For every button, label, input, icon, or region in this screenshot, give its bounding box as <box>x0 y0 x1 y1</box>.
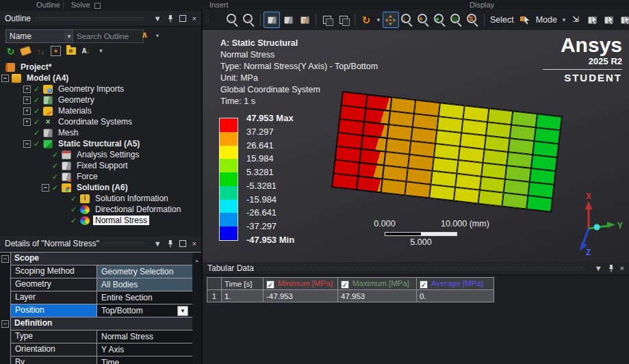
tree-item-static-structural-a5[interactable]: −✓Static Structural (A5) <box>0 138 201 149</box>
zoom-fit-icon[interactable]: ● <box>432 12 448 28</box>
select-faces-icon[interactable] <box>617 12 629 28</box>
column-header-average-mpa[interactable]: ✓Average [MPa] <box>417 278 494 290</box>
tree-item-normal-stress[interactable]: ✓Normal Stress <box>0 215 201 226</box>
look-at-face-icon[interactable] <box>280 12 296 28</box>
close-icon[interactable]: × <box>620 265 624 272</box>
column-checkbox[interactable]: ✓ <box>341 281 349 289</box>
snapshot-icon[interactable] <box>335 12 352 28</box>
column-header-minimum-mpa[interactable]: ✓Minimum [MPa] <box>264 278 338 290</box>
details-row-type[interactable]: TypeNormal Stress <box>0 330 192 343</box>
property-value-cell[interactable]: Entire Section <box>97 291 192 304</box>
select-cursor-icon[interactable] <box>517 12 533 28</box>
details-row-by[interactable]: ByTime <box>0 356 192 364</box>
details-row-scoping-method[interactable]: Scoping MethodGeometry Selection <box>0 265 192 278</box>
hide-suppressed-folder-icon[interactable]: ø <box>64 44 77 57</box>
zoom-to-fit-icon[interactable]: ◎ <box>448 12 465 28</box>
select-label[interactable]: Select <box>487 15 517 25</box>
details-section-definition[interactable]: −Definition <box>0 317 192 330</box>
collapse-box-icon[interactable]: − <box>42 184 49 192</box>
tree-item-solution-a6[interactable]: −✓Solution (A6) <box>0 182 201 193</box>
column-header-time-s[interactable]: Time [s] <box>222 278 264 290</box>
refresh-icon[interactable]: ↻ <box>4 44 17 57</box>
mode-label[interactable]: Mode <box>533 15 560 25</box>
tree-item-geometry[interactable]: +✓Geometry <box>0 94 201 105</box>
tree-item-force[interactable]: ✓Force <box>0 171 201 182</box>
search-options-caret-icon[interactable]: ▼ <box>155 33 160 39</box>
panel-menu-caret-icon[interactable]: ▼ <box>154 240 162 248</box>
tree-item-coordinate-systems[interactable]: +✓×Coordinate Systems <box>0 116 201 127</box>
copy-viewport-icon[interactable] <box>319 12 335 28</box>
box-zoom-icon[interactable]: + <box>415 12 432 28</box>
mode-caret-icon[interactable]: ▼ <box>560 17 568 23</box>
tree-item-solution-information[interactable]: ✓iSolution Information <box>0 193 201 204</box>
expand-box-icon[interactable]: + <box>23 118 31 126</box>
orientation-triad[interactable]: X Y Z <box>572 192 623 259</box>
tabular-cell[interactable]: 0. <box>417 290 494 302</box>
property-value-cell[interactable]: Time <box>97 356 192 364</box>
zoom-mesh-icon[interactable]: ⇅ <box>465 12 481 28</box>
model-canvas[interactable] <box>331 91 563 213</box>
pan-icon[interactable] <box>383 12 399 28</box>
close-icon[interactable]: × <box>192 15 196 23</box>
rotate-view-cube-icon[interactable]: ↻ <box>296 12 313 28</box>
section-collapse-icon[interactable]: − <box>1 320 9 328</box>
property-value-cell[interactable]: Y Axis <box>97 343 192 356</box>
tabular-cell[interactable]: 47.953 <box>338 290 417 302</box>
tabular-cell[interactable]: -47.953 <box>264 290 338 302</box>
graphics-viewport[interactable]: A: Static Structural Normal StressType: … <box>203 30 629 262</box>
expand-box-icon[interactable]: + <box>23 96 31 104</box>
section-collapse-icon[interactable]: − <box>1 255 9 263</box>
maximize-icon[interactable] <box>179 15 186 22</box>
sort-az-icon[interactable]: A↓ <box>79 44 92 57</box>
dropdown-button[interactable]: ▼ <box>177 306 188 316</box>
collapse-box-icon[interactable]: − <box>23 140 31 148</box>
tree-item-project[interactable]: Project* <box>0 62 201 73</box>
zoom-icon[interactable]: ↕ <box>399 12 415 28</box>
pin-icon[interactable] <box>168 14 173 23</box>
expand-all-icon[interactable]: + <box>49 44 62 57</box>
ribbon-tab-outline[interactable]: Outline <box>36 1 60 9</box>
sort-caret-icon[interactable]: ▼ <box>94 44 107 57</box>
tree-item-mesh[interactable]: ✓Mesh <box>0 127 201 138</box>
details-row-geometry[interactable]: GeometryAll Bodies <box>0 278 192 291</box>
details-scrollbar[interactable]: ▲ <box>192 252 201 364</box>
sort-arrows-icon[interactable]: ↑↓ <box>34 44 47 57</box>
details-section-scope[interactable]: −Scope <box>0 252 192 265</box>
ribbon-tab-solve[interactable]: Solve <box>71 1 90 9</box>
panel-menu-caret-icon[interactable]: ▼ <box>595 265 602 272</box>
eraser-icon[interactable] <box>19 44 32 57</box>
details-row-layer[interactable]: LayerEntire Section <box>0 291 192 304</box>
column-checkbox[interactable]: ✓ <box>420 281 428 289</box>
tree-item-fixed-support[interactable]: ✓Fixed Support <box>0 160 201 171</box>
zoom-redo-icon[interactable]: → <box>241 12 257 28</box>
column-header-maximum-mpa[interactable]: ✓Maximum [MPa] <box>338 278 417 290</box>
isometric-view-icon[interactable] <box>264 12 280 28</box>
expand-box-icon[interactable]: + <box>23 86 31 93</box>
tree-item-model-a4[interactable]: −Model (A4) <box>0 73 201 83</box>
name-filter-dropdown[interactable]: Name▼ <box>5 29 78 43</box>
tree-item-directional-deformation[interactable]: ✓Directional Deformation <box>0 204 201 215</box>
panel-menu-caret-icon[interactable]: ▼ <box>154 15 162 23</box>
tabular-row[interactable]: 11.-47.95347.9530. <box>207 290 494 302</box>
pin-icon[interactable] <box>608 264 614 272</box>
property-value-cell[interactable]: Top/Bottom▼ <box>97 304 192 317</box>
column-checkbox[interactable]: ✓ <box>266 281 274 289</box>
property-value-cell[interactable]: Geometry Selection <box>97 265 192 278</box>
tree-item-materials[interactable]: +✓Materials <box>0 105 201 116</box>
property-value-cell[interactable]: All Bodies <box>97 278 192 291</box>
select-vertices-icon[interactable] <box>585 12 601 28</box>
details-row-orientation[interactable]: OrientationY Axis <box>0 343 192 356</box>
collapse-box-icon[interactable]: − <box>1 75 9 82</box>
select-edges-icon[interactable] <box>601 12 617 28</box>
pin-icon[interactable] <box>168 239 173 248</box>
collapse-search-icon[interactable]: ∧ <box>141 29 149 40</box>
tree-item-analysis-settings[interactable]: ✓Analysis Settings <box>0 149 201 160</box>
extend-selection-icon[interactable]: ⇲ <box>568 12 585 28</box>
property-value-cell[interactable]: Normal Stress <box>97 330 192 343</box>
expand-box-icon[interactable]: + <box>23 107 31 115</box>
tabular-cell[interactable]: 1. <box>222 290 264 302</box>
zoom-undo-icon[interactable]: ← <box>224 12 241 28</box>
details-row-position[interactable]: PositionTop/Bottom▼ <box>0 304 192 317</box>
rotate-caret-icon[interactable]: ▼ <box>374 17 383 23</box>
rotate-icon[interactable]: ↻ <box>358 12 374 28</box>
